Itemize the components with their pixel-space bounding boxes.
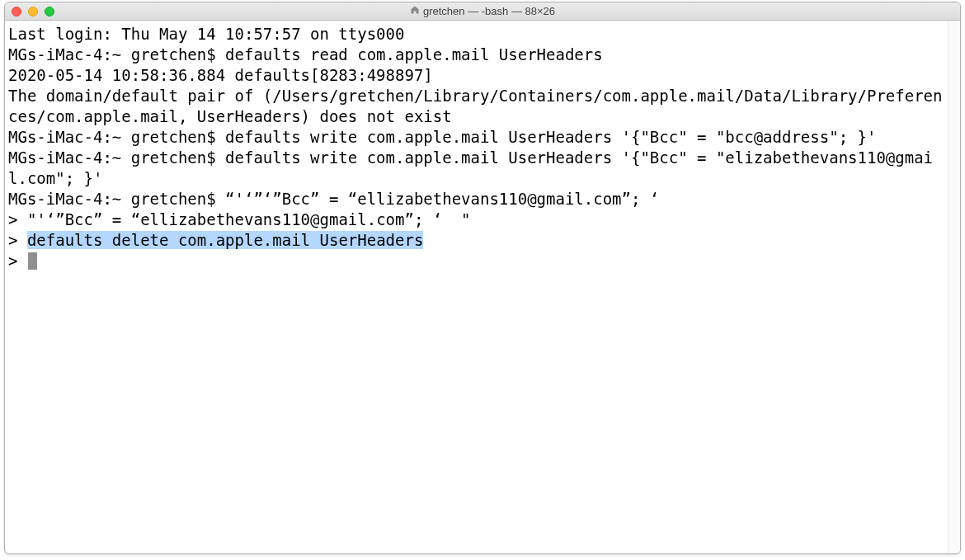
terminal-line: > [8,251,944,271]
terminal-output[interactable]: Last login: Thu May 14 10:57:57 on ttys0… [5,21,948,553]
continuation-prompt: > [8,210,27,228]
terminal-line: The domain/default pair of (/Users/gretc… [8,86,944,127]
terminal-line: > defaults delete com.apple.mail UserHea… [8,230,944,251]
cursor-icon [28,252,37,270]
terminal-line: Last login: Thu May 14 10:57:57 on ttys0… [8,24,944,45]
continuation-prompt: > [8,231,27,249]
selected-text: defaults delete com.apple.mail UserHeade… [27,231,423,249]
terminal-line: MGs-iMac-4:~ gretchen$ defaults write co… [8,127,944,148]
minimize-icon[interactable] [28,7,38,16]
terminal-window: gretchen — -bash — 88×26 Last login: Thu… [4,2,961,554]
terminal-area: Last login: Thu May 14 10:57:57 on ttys0… [5,21,960,553]
window-title-text: gretchen — -bash — 88×26 [423,5,555,17]
home-icon [410,5,420,17]
terminal-line: MGs-iMac-4:~ gretchen$ “'‘”‘”Bcc” = “ell… [8,189,944,209]
scrollbar[interactable] [948,21,960,553]
terminal-text: "'‘”Bcc” = “ellizabethevans110@gmail.com… [27,210,471,228]
zoom-icon[interactable] [45,7,54,16]
window-title: gretchen — -bash — 88×26 [5,5,960,17]
traffic-lights [5,7,54,16]
terminal-line: > "'‘”Bcc” = “ellizabethevans110@gmail.c… [8,209,944,230]
continuation-prompt: > [8,252,27,270]
terminal-line: 2020-05-14 10:58:36.884 defaults[8283:49… [8,65,944,86]
terminal-line: MGs-iMac-4:~ gretchen$ defaults write co… [8,148,944,189]
terminal-line: MGs-iMac-4:~ gretchen$ defaults read com… [8,45,944,65]
close-icon[interactable] [12,7,21,16]
titlebar[interactable]: gretchen — -bash — 88×26 [5,2,960,21]
